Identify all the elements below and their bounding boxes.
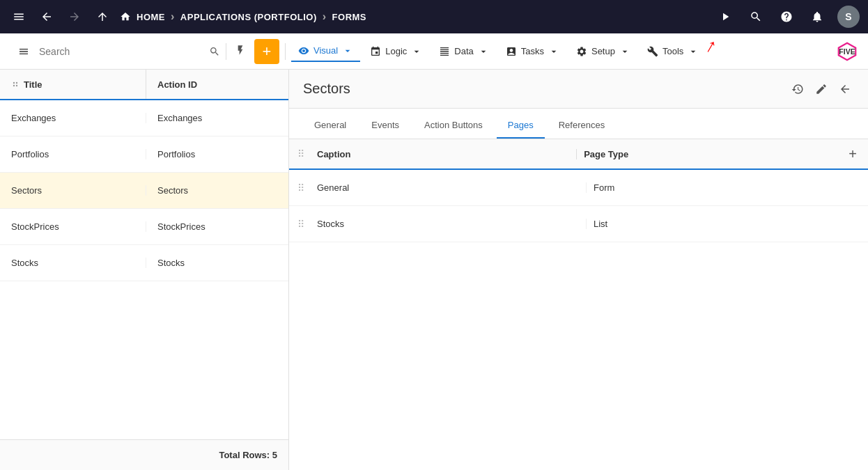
content-row-general[interactable]: ⠿ General Form: [289, 170, 868, 206]
close-panel-button[interactable]: [836, 80, 854, 98]
right-header: Sectors: [289, 70, 868, 109]
drag-col-icon: [11, 80, 20, 88]
add-row-button[interactable]: +: [843, 146, 862, 162]
search-box: [39, 46, 220, 57]
cell-action-id: Exchanges: [146, 113, 288, 123]
toolbar: + Visual Logic Data Tasks Setup Tools: [0, 33, 868, 70]
add-button[interactable]: +: [254, 39, 279, 64]
svg-point-2: [13, 82, 15, 84]
col-header-caption: Caption: [310, 149, 577, 159]
top-nav-bar: HOME › APPLICATIONS (PORTFOLIO) › FORMS …: [0, 0, 868, 33]
cell-action-id: Stocks: [146, 258, 288, 268]
cell-caption-stocks: Stocks: [310, 219, 587, 229]
toolbar-separator-2: [285, 43, 286, 60]
tab-general[interactable]: General: [303, 113, 357, 139]
table-row[interactable]: Stocks Stocks: [0, 245, 288, 281]
cell-title: Portfolios: [0, 149, 146, 159]
search-nav-button[interactable]: [745, 8, 766, 26]
toolbar-separator-1: [226, 43, 226, 60]
table-row[interactable]: Exchanges Exchanges: [0, 100, 288, 136]
five-logo: FIVE: [837, 42, 857, 61]
tab-data[interactable]: Data: [432, 42, 495, 61]
tabs-bar: GeneralEventsAction ButtonsPagesReferenc…: [289, 109, 868, 139]
table-body: Exchanges Exchanges Portfolios Portfolio…: [0, 100, 288, 439]
tab-visual[interactable]: Visual: [291, 41, 360, 62]
tab-setup[interactable]: Setup: [569, 42, 637, 61]
left-panel: Title Action ID Exchanges Exchanges Port…: [0, 70, 289, 470]
column-header-title: Title: [0, 70, 146, 99]
cell-action-id: Sectors: [146, 185, 288, 196]
drag-handle-general: ⠿: [297, 182, 304, 194]
cell-pagetype-general: Form: [587, 182, 862, 193]
notifications-button[interactable]: [807, 8, 828, 26]
back-button[interactable]: [36, 8, 57, 26]
tab-tools[interactable]: Tools: [640, 42, 706, 61]
column-header-action-id: Action ID: [146, 70, 288, 99]
tab-logic[interactable]: Logic: [363, 42, 429, 61]
breadcrumb-applications[interactable]: APPLICATIONS (PORTFOLIO): [180, 12, 317, 22]
breadcrumb-home[interactable]: HOME: [137, 12, 165, 22]
right-panel: Sectors GeneralEventsAction ButtonsPages…: [289, 70, 868, 470]
cell-title: StockPrices: [0, 221, 146, 232]
svg-point-3: [16, 82, 17, 84]
cell-title: Stocks: [0, 258, 146, 268]
table-row[interactable]: StockPrices StockPrices: [0, 209, 288, 245]
edit-button[interactable]: [812, 80, 830, 98]
content-table: ⠿ Caption Page Type + ⠿ General Form: [289, 139, 868, 470]
header-actions: [789, 80, 854, 98]
history-button[interactable]: [789, 80, 807, 98]
cell-title: Exchanges: [0, 113, 146, 123]
cell-pagetype-stocks: List: [587, 219, 862, 229]
nav-left: HOME › APPLICATIONS (PORTFOLIO) › FORMS: [8, 8, 709, 26]
drag-handle-stocks: ⠿: [297, 219, 304, 230]
main-area: Title Action ID Exchanges Exchanges Port…: [0, 70, 868, 470]
breadcrumb-forms[interactable]: FORMS: [332, 12, 366, 22]
table-footer: Total Rows: 5: [0, 439, 288, 470]
content-row-stocks[interactable]: ⠿ Stocks List: [289, 206, 868, 242]
table-header: Title Action ID: [0, 70, 288, 100]
drag-col-handle: ⠿: [297, 148, 304, 159]
five-logo-icon: FIVE: [837, 42, 857, 61]
tab-tasks[interactable]: Tasks: [499, 42, 566, 61]
search-input[interactable]: [39, 46, 205, 57]
svg-point-4: [13, 85, 15, 86]
cell-action-id: StockPrices: [146, 221, 288, 232]
nav-right: S: [715, 6, 860, 28]
up-button[interactable]: [92, 8, 113, 26]
tab-events[interactable]: Events: [360, 113, 410, 139]
table-row[interactable]: Portfolios Portfolios: [0, 136, 288, 173]
cell-caption-general: General: [310, 182, 587, 193]
panel-title: Sectors: [303, 81, 350, 97]
col-header-pagetype: Page Type: [577, 149, 843, 159]
tab-pages[interactable]: Pages: [497, 113, 545, 139]
help-button[interactable]: [776, 8, 797, 26]
svg-text:FIVE: FIVE: [839, 47, 855, 56]
avatar[interactable]: S: [837, 6, 860, 28]
content-table-header: ⠿ Caption Page Type +: [289, 139, 868, 170]
flash-button[interactable]: [232, 42, 249, 61]
sidebar-toggle-button[interactable]: [11, 42, 36, 61]
svg-point-5: [16, 85, 17, 86]
cell-action-id: Portfolios: [146, 149, 288, 159]
tab-references[interactable]: References: [548, 113, 616, 139]
tab-action_buttons[interactable]: Action Buttons: [413, 113, 494, 139]
menu-button[interactable]: [8, 8, 29, 26]
cell-title: Sectors: [0, 185, 146, 196]
play-button[interactable]: [715, 8, 736, 26]
table-row[interactable]: Sectors Sectors: [0, 173, 288, 209]
search-icon-button[interactable]: [209, 46, 220, 57]
breadcrumb: HOME › APPLICATIONS (PORTFOLIO) › FORMS: [120, 10, 366, 23]
forward-button[interactable]: [64, 8, 85, 26]
